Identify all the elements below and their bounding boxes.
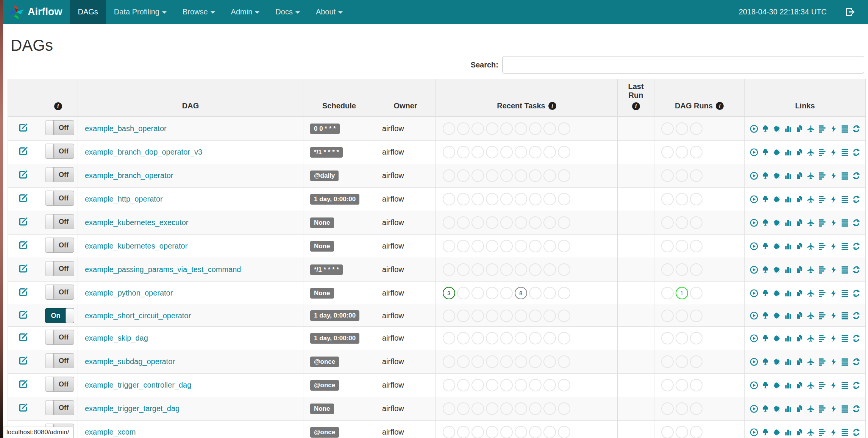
dag-link[interactable]: example_trigger_target_dag [85,404,180,413]
task-state-circle[interactable] [515,332,527,344]
tree-icon[interactable] [761,289,770,297]
lines-icon[interactable] [841,125,849,133]
bolt-icon[interactable] [829,242,838,250]
duplicate-icon[interactable] [795,219,804,227]
bolt-icon[interactable] [829,266,838,274]
bar-chart-icon[interactable] [784,405,792,413]
lines-icon[interactable] [841,334,849,343]
duplicate-icon[interactable] [795,334,804,343]
pause-toggle[interactable]: Off [45,144,74,159]
task-state-circle[interactable] [529,287,542,299]
edit-dag-icon[interactable] [18,332,28,342]
nav-item-admin[interactable]: Admin [223,0,268,24]
task-state-circle[interactable] [543,122,556,135]
task-state-circle[interactable] [457,402,470,415]
tree-icon[interactable] [761,125,770,133]
edit-dag-icon[interactable] [18,264,28,274]
task-state-circle[interactable] [443,146,455,158]
dag-run-state-circle[interactable] [661,169,674,182]
dag-run-state-circle[interactable] [676,355,688,368]
duplicate-icon[interactable] [795,289,804,297]
dag-run-state-circle[interactable] [690,240,703,252]
dag-run-state-circle[interactable] [661,240,674,252]
duplicate-icon[interactable] [795,358,804,366]
edit-dag-icon[interactable] [18,146,28,156]
play-circle-icon[interactable] [750,242,758,250]
sunburst-icon[interactable] [773,125,781,133]
tree-icon[interactable] [761,381,770,390]
dag-link[interactable]: example_skip_dag [85,334,148,342]
bar-chart-icon[interactable] [784,219,792,227]
task-state-circle[interactable] [543,193,556,205]
bolt-icon[interactable] [829,358,838,366]
task-state-circle[interactable] [486,169,498,182]
lines-icon[interactable] [841,172,849,180]
plane-icon[interactable] [807,219,815,227]
edit-dag-icon[interactable] [18,193,28,203]
task-state-circle[interactable] [529,310,542,322]
task-state-circle[interactable] [471,379,484,391]
task-state-circle[interactable] [471,355,484,368]
play-circle-icon[interactable] [750,266,758,274]
play-circle-icon[interactable] [750,289,758,297]
plane-icon[interactable] [807,148,815,156]
gantt-icon[interactable] [818,266,826,274]
sunburst-icon[interactable] [773,405,781,413]
plane-icon[interactable] [807,381,815,390]
task-state-circle[interactable] [443,310,455,322]
dag-run-state-circle[interactable] [676,169,688,182]
dag-run-state-circle[interactable] [676,193,688,205]
pause-toggle[interactable]: Off [45,120,74,135]
task-state-circle[interactable] [457,146,470,158]
task-state-circle[interactable] [543,263,556,276]
pause-toggle[interactable]: Off [45,214,74,229]
refresh-icon[interactable] [852,358,860,366]
dag-run-state-circle[interactable] [661,332,674,344]
gantt-icon[interactable] [818,148,826,156]
bar-chart-icon[interactable] [784,289,792,297]
task-state-circle[interactable] [471,263,484,276]
edit-dag-icon[interactable] [18,379,28,389]
task-state-circle[interactable] [543,169,556,182]
dag-run-state-circle[interactable] [690,310,703,322]
dag-run-state-circle[interactable] [676,216,688,229]
pause-toggle[interactable]: Off [45,238,74,253]
tree-icon[interactable] [761,311,770,320]
bar-chart-icon[interactable] [784,381,792,390]
task-state-circle[interactable] [443,263,455,276]
task-state-circle[interactable] [529,122,542,135]
gantt-icon[interactable] [818,311,826,320]
task-state-circle[interactable] [443,240,455,252]
dag-run-state-circle[interactable] [661,379,674,391]
task-state-circle[interactable] [543,332,556,344]
plane-icon[interactable] [807,125,815,133]
task-state-circle[interactable] [500,379,513,391]
refresh-icon[interactable] [852,405,860,413]
task-state-circle[interactable] [529,355,542,368]
dag-run-state-circle[interactable] [690,146,703,158]
task-state-circle[interactable] [471,402,484,415]
lines-icon[interactable] [841,428,849,436]
plane-icon[interactable] [807,289,815,297]
dag-run-state-circle[interactable] [676,379,688,391]
dag-run-state-circle[interactable] [690,332,703,344]
plane-icon[interactable] [807,311,815,320]
task-state-circle[interactable] [486,240,498,252]
bolt-icon[interactable] [829,172,838,180]
gantt-icon[interactable] [818,358,826,366]
dag-run-state-circle[interactable] [661,263,674,276]
pause-toggle[interactable]: Off [45,400,74,415]
dag-link[interactable]: example_trigger_controller_dag [85,381,191,389]
tree-icon[interactable] [761,148,770,156]
plane-icon[interactable] [807,195,815,203]
dag-link[interactable]: example_http_operator [85,195,163,203]
nav-item-about[interactable]: About [308,0,351,24]
edit-dag-icon[interactable] [18,310,28,320]
dag-link[interactable]: example_python_operator [85,289,173,297]
gantt-icon[interactable] [818,428,826,436]
dag-link[interactable]: example_branch_operator [85,171,173,180]
plane-icon[interactable] [807,358,815,366]
task-state-circle[interactable] [486,310,498,322]
task-state-circle[interactable] [500,355,513,368]
sunburst-icon[interactable] [773,334,781,343]
